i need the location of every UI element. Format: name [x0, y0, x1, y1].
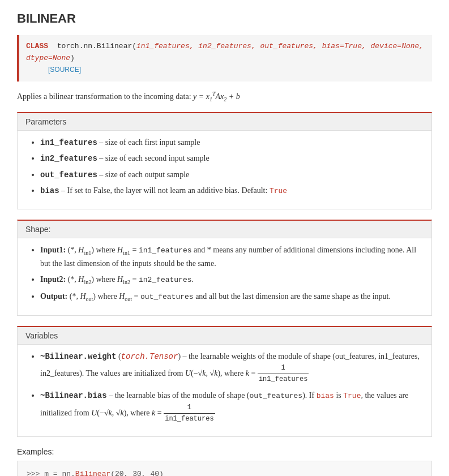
examples-label: Examples: [17, 447, 432, 456]
parameters-content: in1_features – size of each first input … [18, 131, 431, 209]
parameters-list: in1_features – size of each first input … [29, 136, 422, 198]
list-item: bias – If set to False, the layer will n… [40, 185, 422, 198]
parameters-section: Parameters in1_features – size of each f… [17, 112, 432, 209]
page-title: BILINEAR [17, 11, 432, 26]
class-header: CLASS torch.nn.Bilinear(in1_features, in… [17, 35, 432, 82]
list-item: in1_features – size of each first input … [40, 136, 422, 149]
list-item: Input2: (*, Hin2) where Hin2 = in2_featu… [40, 273, 422, 287]
variables-section: Variables ~Bilinear.weight (torch.Tensor… [17, 326, 432, 437]
variables-header: Variables [18, 327, 431, 345]
variables-list: ~Bilinear.weight (torch.Tensor) – the le… [29, 350, 422, 425]
source-link[interactable]: [SOURCE] [48, 66, 81, 74]
shape-content: Input1: (*, Hin1) where Hin1 = in1_featu… [18, 238, 431, 315]
list-item: out_features – size of each output sampl… [40, 169, 422, 181]
code-line: >>> m = nn.Bilinear(20, 30, 40) [27, 468, 422, 476]
list-item: ~Bilinear.weight (torch.Tensor) – the le… [40, 350, 422, 385]
variables-content: ~Bilinear.weight (torch.Tensor) – the le… [18, 345, 431, 436]
class-keyword: CLASS [26, 42, 48, 50]
examples-section: Examples: >>> m = nn.Bilinear(20, 30, 40… [17, 447, 432, 476]
shape-list: Input1: (*, Hin1) where Hin1 = in1_featu… [29, 244, 422, 304]
shape-header: Shape: [18, 221, 431, 238]
list-item: Output: (*, Hout) where Hout = out_featu… [40, 290, 422, 304]
description: Applies a bilinear transformation to the… [17, 89, 432, 104]
parameters-header: Parameters [18, 113, 431, 131]
list-item: Input1: (*, Hin1) where Hin1 = in1_featu… [40, 244, 422, 270]
list-item: in2_features – size of each second input… [40, 152, 422, 165]
shape-section: Shape: Input1: (*, Hin1) where Hin1 = in… [17, 220, 432, 316]
list-item: ~Bilinear.bias – the learnable bias of t… [40, 389, 422, 424]
class-full-name: torch.nn.Bilinear(in1_features, in2_feat… [26, 42, 424, 62]
code-block: >>> m = nn.Bilinear(20, 30, 40) >>> inpu… [17, 461, 432, 476]
